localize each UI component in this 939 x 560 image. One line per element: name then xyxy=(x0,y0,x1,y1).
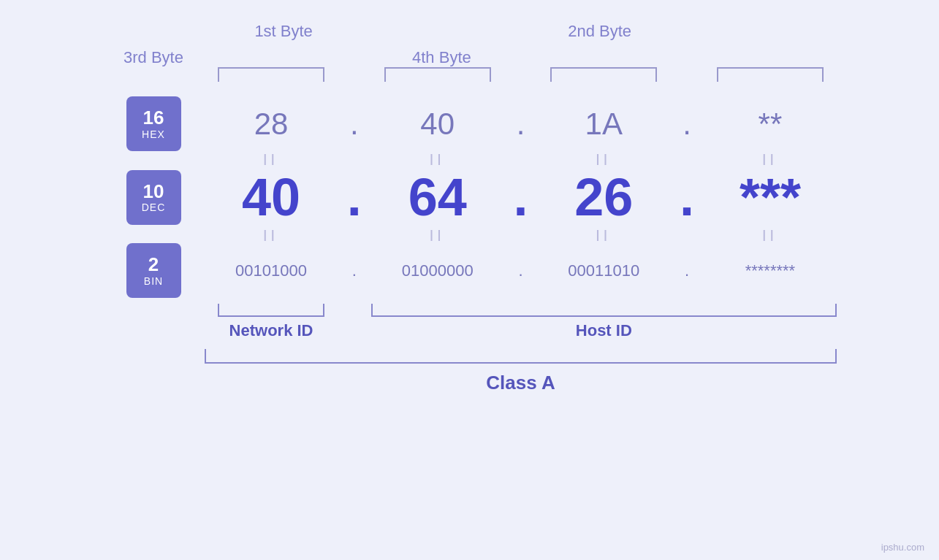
dec-val-b1: 40 xyxy=(205,167,338,227)
byte-headers: 1st Byte 2nd Byte 3rd Byte 4th Byte xyxy=(102,15,837,67)
class-bracket xyxy=(205,349,837,364)
bin-base-text: BIN xyxy=(144,275,163,287)
dec-base-number: 10 xyxy=(143,181,164,202)
hex-base-text: HEX xyxy=(142,129,165,140)
bracket-byte3 xyxy=(537,67,670,82)
bottom-bracket-row xyxy=(102,304,837,317)
main-container: 1st Byte 2nd Byte 3rd Byte 4th Byte 16 H… xyxy=(0,0,939,560)
equals-1-b2: || xyxy=(371,153,504,166)
byte1-header: 1st Byte xyxy=(205,15,362,41)
class-a-label: Class A xyxy=(205,372,837,394)
host-bracket-start xyxy=(371,304,504,317)
bin-val-b2: 01000000 xyxy=(371,261,504,280)
equals-2-b4: || xyxy=(704,229,837,242)
bin-base-label: 2 BIN xyxy=(126,243,181,298)
dec-val-b3: 26 xyxy=(537,167,670,227)
dec-dot3: . xyxy=(670,167,704,227)
hex-dot1: . xyxy=(338,107,371,142)
equals-row-2: || || || || xyxy=(102,229,837,242)
bracket-byte4 xyxy=(704,67,837,82)
network-id-label: Network ID xyxy=(205,321,338,340)
hex-val-b2: 40 xyxy=(371,107,504,142)
host-bracket-mid2 xyxy=(537,304,670,317)
hex-val-b3: 1A xyxy=(537,107,670,142)
equals-1-b1: || xyxy=(205,153,338,166)
id-label-row: Network ID Host ID xyxy=(102,321,837,340)
dec-base-label: 10 DEC xyxy=(126,170,181,225)
hex-base-label: 16 HEX xyxy=(126,96,181,151)
hex-row: 16 HEX 28 . 40 . 1A . ** xyxy=(102,96,837,151)
bin-val-b4: ******** xyxy=(704,261,837,280)
bracket-byte2 xyxy=(371,67,504,82)
host-bracket-mid3 xyxy=(670,304,704,317)
bin-row: 2 BIN 00101000 . 01000000 . 00011010 . *… xyxy=(102,243,837,298)
dec-val-b2: 64 xyxy=(371,167,504,227)
hex-val-b4: ** xyxy=(704,107,837,142)
bracket-byte1 xyxy=(205,67,338,82)
bin-val-b3: 00011010 xyxy=(537,261,670,280)
byte3-header: 3rd Byte xyxy=(102,41,205,67)
bin-base-number: 2 xyxy=(148,254,159,275)
dec-label-col: 10 DEC xyxy=(102,170,205,225)
hex-label-col: 16 HEX xyxy=(102,96,205,151)
hex-dot3: . xyxy=(670,107,704,142)
network-bracket xyxy=(205,304,338,317)
dec-dot2: . xyxy=(504,167,538,227)
equals-2-b3: || xyxy=(537,229,670,242)
bin-dot1: . xyxy=(338,261,371,280)
dec-val-b4: *** xyxy=(704,167,837,227)
byte4-header: 4th Byte xyxy=(362,41,520,67)
class-bracket-row xyxy=(102,349,837,364)
equals-2-b1: || xyxy=(205,229,338,242)
bin-dot3: . xyxy=(670,261,704,280)
equals-1-b3: || xyxy=(537,153,670,166)
dec-row: 10 DEC 40 . 64 . 26 . *** xyxy=(102,167,837,227)
hex-val-b1: 28 xyxy=(205,107,338,142)
hex-base-number: 16 xyxy=(143,107,164,129)
class-label-row: Class A xyxy=(102,368,837,394)
equals-2-b2: || xyxy=(371,229,504,242)
bin-label-col: 2 BIN xyxy=(102,243,205,298)
host-bracket-mid1 xyxy=(504,304,538,317)
dec-dot1: . xyxy=(338,167,371,227)
host-bracket-end xyxy=(704,304,837,317)
watermark: ipshu.com xyxy=(881,542,924,553)
host-id-label: Host ID xyxy=(371,321,837,340)
bin-dot2: . xyxy=(504,261,538,280)
equals-1-b4: || xyxy=(704,153,837,166)
dec-base-text: DEC xyxy=(142,202,166,213)
hex-dot2: . xyxy=(504,107,538,142)
equals-row-1: || || || || xyxy=(102,153,837,166)
bin-val-b1: 00101000 xyxy=(205,261,338,280)
byte2-header: 2nd Byte xyxy=(521,15,679,41)
